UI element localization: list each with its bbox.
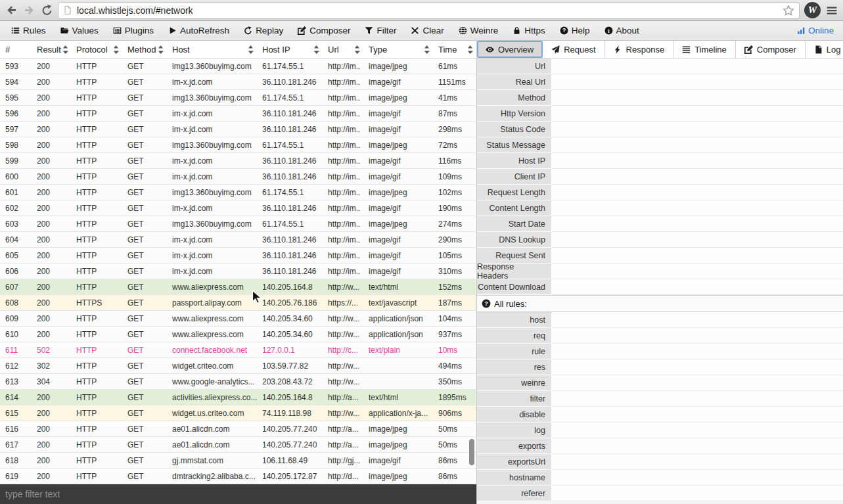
request-row-614[interactable]: 614200HTTPGETactivities.aliexpress.co...… xyxy=(0,390,476,405)
sort-arrows-icon[interactable] xyxy=(424,45,430,54)
cell-num: 616 xyxy=(0,424,32,434)
request-row-602[interactable]: 602200HTTPGETim-x.jd.com36.110.181.246ht… xyxy=(0,200,476,216)
request-row-595[interactable]: 595200HTTPGETimg13.360buyimg.com61.174.5… xyxy=(0,90,476,106)
request-row-615[interactable]: 615200HTTPGETwidget.us.criteo.com74.119.… xyxy=(0,405,476,421)
request-row-607[interactable]: 607200HTTPGETwww.aliexpress.com140.205.1… xyxy=(0,279,476,295)
overview-field-label: DNS Lookup xyxy=(477,232,551,248)
forward-icon[interactable] xyxy=(22,4,35,17)
rule-row: res xyxy=(477,359,843,375)
column-header--[interactable]: # xyxy=(0,41,32,58)
back-icon[interactable] xyxy=(5,4,18,17)
browser-menu-icon[interactable] xyxy=(825,4,838,17)
request-row-610[interactable]: 610200HTTPGETwww.aliexpress.com140.205.3… xyxy=(0,327,476,342)
column-header-time[interactable]: Time xyxy=(433,41,476,58)
toolbar-item-about[interactable]: iAbout xyxy=(597,21,647,40)
request-row-601[interactable]: 601200HTTPGETimg13.360buyimg.com61.174.5… xyxy=(0,185,476,200)
request-row-609[interactable]: 609200HTTPGETwww.aliexpress.com140.205.3… xyxy=(0,311,476,327)
tab-response[interactable]: Response xyxy=(605,41,674,58)
tab-composer[interactable]: Composer xyxy=(736,41,806,58)
toolbar-item-help[interactable]: ?Help xyxy=(553,21,597,40)
toolbar-item-autorefresh[interactable]: AutoRefresh xyxy=(161,21,237,40)
request-row-598[interactable]: 598200HTTPGETimg13.360buyimg.com61.174.5… xyxy=(0,137,476,153)
cell-type: image/gif xyxy=(363,456,433,465)
sort-arrows-icon[interactable] xyxy=(467,45,473,54)
request-row-612[interactable]: 612302HTTPGETwidget.criteo.com103.59.77.… xyxy=(0,358,476,374)
toolbar-item-https[interactable]: Https xyxy=(505,21,553,40)
request-row-596[interactable]: 596200HTTPGETim-x.jd.com36.110.181.246ht… xyxy=(0,106,476,122)
request-row-594[interactable]: 594200HTTPGETim-x.jd.com36.110.181.246ht… xyxy=(0,74,476,90)
column-header-result[interactable]: Result xyxy=(32,41,71,58)
cell-type: image/jpeg xyxy=(363,188,433,197)
tab-request[interactable]: Request xyxy=(543,41,604,58)
tab-overview[interactable]: Overview xyxy=(477,41,543,58)
column-header-label: Host IP xyxy=(262,45,290,55)
cell-host_ip: 140.205.77.240 xyxy=(257,424,323,434)
overview-field-row: Content Download xyxy=(477,279,843,295)
column-header-host-ip[interactable]: Host IP xyxy=(257,41,323,58)
cell-type: image/gif xyxy=(363,156,433,166)
filter-input[interactable] xyxy=(0,489,476,499)
sort-arrows-icon[interactable] xyxy=(158,45,164,54)
tab-timeline[interactable]: Timeline xyxy=(673,41,736,58)
overview-field-value xyxy=(551,232,843,248)
column-header-method[interactable]: Method xyxy=(122,41,167,58)
sort-arrows-icon[interactable] xyxy=(62,45,68,54)
cell-host_ip: 36.110.181.246 xyxy=(257,235,323,244)
whistle-extension-icon[interactable]: W xyxy=(804,2,821,18)
sort-arrows-icon[interactable] xyxy=(248,45,254,54)
toolbar-item-filter[interactable]: Filter xyxy=(357,21,403,40)
overview-field-row: Url xyxy=(477,58,843,74)
cell-type: image/jpeg xyxy=(363,141,433,150)
request-row-600[interactable]: 600200HTTPGETim-x.jd.com36.110.181.246ht… xyxy=(0,169,476,185)
request-row-608[interactable]: 608200HTTPSGETpassport.alipay.com140.205… xyxy=(0,295,476,311)
toolbar-item-plugins[interactable]: Plugins xyxy=(106,21,161,40)
column-header-type[interactable]: Type xyxy=(363,41,433,58)
address-bar[interactable]: local.whistlejs.com/#network xyxy=(58,2,800,19)
table-scrollbar-thumb[interactable] xyxy=(469,439,474,465)
cell-protocol: HTTP xyxy=(71,314,122,323)
request-row-599[interactable]: 599200HTTPGETim-x.jd.com36.110.181.246ht… xyxy=(0,153,476,169)
cell-time: 116ms xyxy=(433,156,476,166)
reload-icon[interactable] xyxy=(40,4,53,17)
toolbar-item-weinre[interactable]: Weinre xyxy=(451,21,506,40)
column-header-host[interactable]: Host xyxy=(167,41,257,58)
sort-arrows-icon[interactable] xyxy=(313,45,319,54)
cell-time: 187ms xyxy=(433,298,476,308)
tab-label: Log xyxy=(827,45,841,55)
toolbar-item-values[interactable]: Values xyxy=(53,21,106,40)
tab-log[interactable]: Log xyxy=(806,41,843,58)
request-row-619[interactable]: 619200HTTPGETdmtracking2.alibaba.c...140… xyxy=(0,469,476,484)
column-header-protocol[interactable]: Protocol xyxy=(71,41,122,58)
column-header-label: Protocol xyxy=(76,45,108,55)
sort-arrows-icon[interactable] xyxy=(113,45,119,54)
cell-method: GET xyxy=(122,346,167,355)
cell-host_ip: 36.110.181.246 xyxy=(257,125,323,134)
cell-type: image/jpeg xyxy=(363,62,433,71)
request-row-617[interactable]: 617200HTTPGETae01.alicdn.com140.205.77.2… xyxy=(0,437,476,453)
request-row-616[interactable]: 616200HTTPGETae01.alicdn.com140.205.77.2… xyxy=(0,421,476,437)
column-header-url[interactable]: Url xyxy=(323,41,363,58)
request-row-597[interactable]: 597200HTTPGETim-x.jd.com36.110.181.246ht… xyxy=(0,122,476,137)
cell-host: ae01.alicdn.com xyxy=(167,424,257,434)
cell-time: 350ms xyxy=(433,377,476,386)
url-text[interactable]: local.whistlejs.com/#network xyxy=(77,5,778,16)
toolbar-item-rules[interactable]: Rules xyxy=(4,21,53,40)
request-row-613[interactable]: 613304HTTPGETwww.google-analytics...203.… xyxy=(0,374,476,390)
cell-result: 200 xyxy=(32,409,71,418)
request-row-606[interactable]: 606200HTTPGETim-x.jd.com36.110.181.246ht… xyxy=(0,263,476,279)
request-row-593[interactable]: 593200HTTPGETimg13.360buyimg.com61.174.5… xyxy=(0,58,476,74)
cell-url: http://im.. xyxy=(323,93,363,103)
request-row-618[interactable]: 618200HTTPGETgj.mmstat.com106.11.68.49ht… xyxy=(0,453,476,469)
request-row-603[interactable]: 603200HTTPGETimg13.360buyimg.com61.174.5… xyxy=(0,216,476,232)
toolbar-item-clear[interactable]: Clear xyxy=(403,21,451,40)
toolbar-item-composer[interactable]: Composer xyxy=(290,21,357,40)
bookmark-star-icon[interactable] xyxy=(783,5,794,16)
request-row-611[interactable]: 611502HTTPGETconnect.facebook.net127.0.0… xyxy=(0,342,476,358)
cell-host: www.aliexpress.com xyxy=(167,283,257,292)
request-row-605[interactable]: 605200HTTPGETim-x.jd.com36.110.181.246ht… xyxy=(0,248,476,263)
toolbar-item-replay[interactable]: Replay xyxy=(237,21,290,40)
online-status[interactable]: Online xyxy=(797,26,839,35)
request-row-604[interactable]: 604200HTTPGETim-x.jd.com36.110.181.246ht… xyxy=(0,232,476,248)
sort-arrows-icon[interactable] xyxy=(354,45,360,54)
rule-label: log xyxy=(477,423,551,438)
